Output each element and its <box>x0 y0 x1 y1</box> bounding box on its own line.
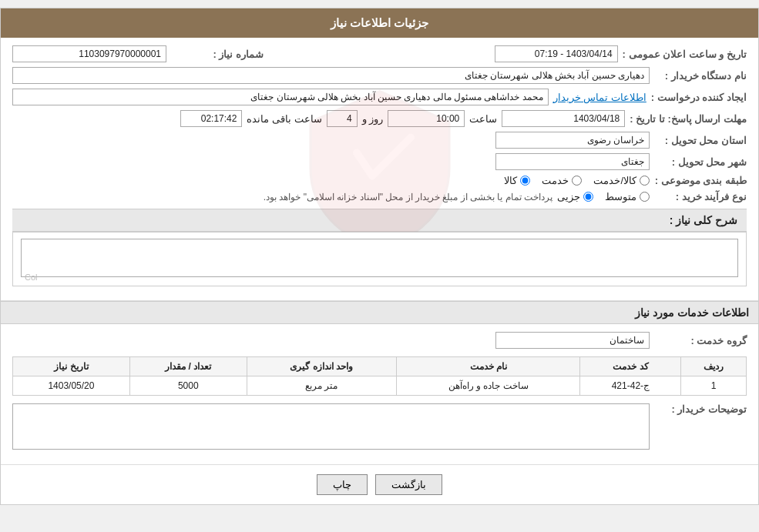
radio-kala-khadamat-input[interactable] <box>640 176 650 186</box>
col-kod: کد خدمت <box>580 357 681 376</box>
radio-khadamat[interactable]: خدمت <box>542 175 582 186</box>
taarikh-elam-label: تاریخ و ساعت اعلان عمومی : <box>623 49 747 60</box>
radio-kala-label: کالا <box>504 175 517 186</box>
radio-khadamat-label: خدمت <box>542 175 569 186</box>
tabaqe-label: طبقه بندی موضوعی : <box>654 175 747 186</box>
baghimande-value: 02:17:42 <box>180 110 242 127</box>
radio-kala-khadamat-label: کالا/خدمت <box>593 175 636 186</box>
radio-jazee-label: جزیی <box>557 191 580 202</box>
col-nam: نام خدمت <box>397 357 580 376</box>
shahr-value: جغتای <box>495 153 650 170</box>
saat-value: 10:00 <box>388 110 465 127</box>
mohlat-label: مهلت ارسال پاسخ: تا تاریخ : <box>630 113 747 125</box>
shomare-niaz-label: شماره نیاز : <box>171 49 264 60</box>
shahr-label: شهر محل تحویل : <box>654 156 747 168</box>
radio-jazee[interactable]: جزیی <box>557 191 593 202</box>
ostan-label: استان محل تحویل : <box>654 135 747 146</box>
tawzihaat-label: توضیحات خریدار : <box>654 403 747 415</box>
cell-radif: 1 <box>681 376 747 396</box>
sharh-section-title: شرح کلی نیاز : <box>12 209 747 232</box>
radio-motavsat-label: متوسط <box>605 191 636 202</box>
khadamat-table: ردیف کد خدمت نام خدمت واحد اندازه گیری ت… <box>12 356 747 396</box>
shomare-niaz-value: 1103097970000001 <box>12 45 166 62</box>
rooz-value: 4 <box>327 110 358 127</box>
baghimande-label: ساعت باقی مانده <box>247 113 321 125</box>
radio-kala[interactable]: کالا <box>504 175 530 186</box>
tawzihaat-value <box>12 403 650 450</box>
cell-tedad: 5000 <box>129 376 247 396</box>
saat-label: ساعت <box>469 113 497 125</box>
cell-nam: ساخت جاده و راه‌آهن <box>397 376 580 396</box>
ostan-value: خراسان رضوی <box>495 132 650 149</box>
group-khadamat-value: ساختمان <box>495 332 650 349</box>
nam-dasgah-label: نام دستگاه خریدار : <box>654 70 747 82</box>
cell-vahed: متر مربع <box>247 376 396 396</box>
noe-farayand-desc: پرداخت تمام یا بخشی از مبلغ خریدار از مح… <box>264 192 552 202</box>
radio-kala-input[interactable] <box>520 176 530 186</box>
radio-jazee-input[interactable] <box>583 192 593 202</box>
khadamat-section-title: اطلاعات خدمات مورد نیاز <box>1 301 758 324</box>
cell-tarikh: 1403/05/20 <box>13 376 130 396</box>
radio-kala-khadamat[interactable]: کالا/خدمت <box>593 175 650 186</box>
mohlat-date: 1403/04/18 <box>502 110 625 127</box>
noe-farayand-label: نوع فرآیند خرید : <box>654 191 747 202</box>
col-indicator: Col <box>25 273 38 282</box>
table-row: 1 ج-42-421 ساخت جاده و راه‌آهن متر مربع … <box>13 376 747 396</box>
col-tedad: تعداد / مقدار <box>129 357 247 376</box>
sharh-value <box>21 239 738 277</box>
col-tarikh: تاریخ نیاز <box>13 357 130 376</box>
group-khadamat-label: گروه خدمت : <box>654 335 747 346</box>
page-title: جزئیات اطلاعات نیاز <box>1 8 758 38</box>
ijad-konande-value: محمد خداشاهی مسئول مالی دهیاری حسین آباد… <box>12 89 549 105</box>
ijad-konande-label: ایجاد کننده درخواست : <box>651 92 747 103</box>
back-button[interactable]: بازگشت <box>375 474 442 495</box>
nam-dasgah-value: دهیاری حسین آباد بخش هلالی شهرستان جغتای <box>12 67 650 84</box>
cell-kod: ج-42-421 <box>580 376 681 396</box>
taarikh-elam-value: 1403/04/14 - 07:19 <box>495 45 618 62</box>
ijad-konande-link[interactable]: اطلاعات تماس خریدار <box>553 92 646 103</box>
col-radif: ردیف <box>681 357 747 376</box>
radio-motavsat-input[interactable] <box>640 192 650 202</box>
rooz-label: روز و <box>362 113 384 125</box>
radio-khadamat-input[interactable] <box>572 176 582 186</box>
col-vahed: واحد اندازه گیری <box>247 357 396 376</box>
print-button[interactable]: چاپ <box>317 474 368 495</box>
radio-motavsat[interactable]: متوسط <box>605 191 650 202</box>
